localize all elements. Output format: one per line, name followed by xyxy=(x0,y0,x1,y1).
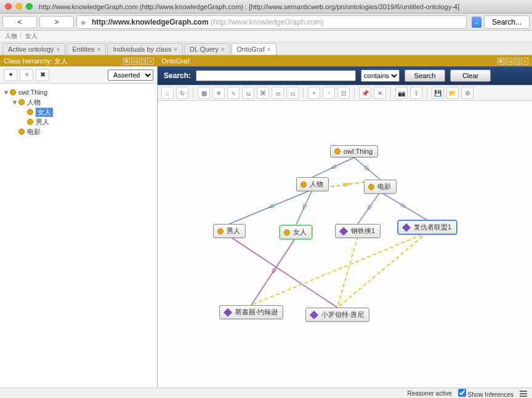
save-icon[interactable]: 💾 xyxy=(432,87,444,99)
url-field[interactable]: ◈ http://www.knowledgeGraph.com (http://… xyxy=(76,15,467,29)
node-label: 小罗伯特·唐尼 xyxy=(321,310,364,319)
zoom-fit-icon[interactable]: ⊡ xyxy=(337,87,350,99)
tab-entities[interactable]: Entities× xyxy=(66,43,106,55)
tab-close-icon[interactable]: × xyxy=(221,46,225,53)
layout-radial-icon[interactable]: ✳ xyxy=(212,87,225,99)
asserted-select[interactable]: Asserted xyxy=(108,70,153,81)
menu-icon[interactable] xyxy=(520,391,527,397)
panel-icon[interactable]: ⊞ xyxy=(123,58,130,65)
tree-node[interactable]: 男人 xyxy=(2,117,155,127)
export-icon[interactable]: ⇪ xyxy=(410,87,422,99)
tab-close-icon[interactable]: × xyxy=(97,46,101,53)
layout-vtree-icon[interactable]: ⌘ xyxy=(257,87,269,99)
class-dot-icon xyxy=(334,148,341,154)
search-input[interactable] xyxy=(196,70,356,81)
tree-label: owl:Thing xyxy=(18,89,47,96)
nav-toolbar: < > ◈ http://www.knowledgeGraph.com (htt… xyxy=(0,14,532,31)
panel-icon[interactable]: ⊞ xyxy=(498,58,504,65)
graph-node[interactable]: 斯嘉丽·约翰逊 xyxy=(219,305,283,319)
delete-button[interactable]: ✖ xyxy=(36,69,49,81)
globe-icon: ◈ xyxy=(81,18,88,26)
svg-line-4 xyxy=(230,189,313,224)
layout-dag-icon[interactable]: ⚏ xyxy=(286,87,299,99)
graph-node[interactable]: 女人 xyxy=(280,225,312,239)
tab-active-ontology[interactable]: Active ontology× xyxy=(2,43,65,55)
graph-node[interactable]: owl:Thing xyxy=(330,145,378,157)
right-panel-title: OntoGraf: xyxy=(161,57,191,65)
minimize-window-icon[interactable] xyxy=(15,3,22,10)
back-button[interactable]: < xyxy=(2,16,37,28)
panel-icon[interactable]: ▢ xyxy=(139,58,146,65)
panel-icon[interactable]: ▭ xyxy=(131,58,138,65)
class-tree[interactable]: ▼owl:Thing▼人物女人男人电影 xyxy=(0,84,157,388)
tab-close-icon[interactable]: × xyxy=(174,46,177,53)
unpin-icon[interactable]: ✕ xyxy=(374,87,386,99)
left-panel-title: Class hierarchy: 女人 xyxy=(4,57,68,66)
open-icon[interactable]: 📂 xyxy=(446,87,459,99)
show-inferences-toggle[interactable]: Show Inferences xyxy=(458,389,514,398)
hierarchy-toolbar: ✦ ✧ ✖ Asserted xyxy=(0,66,157,84)
node-label: 人物 xyxy=(310,180,323,189)
tab-dl-query[interactable]: DL Query× xyxy=(184,43,230,55)
layout-grid-icon[interactable]: ▦ xyxy=(198,87,210,99)
individual-diamond-icon xyxy=(224,308,232,316)
layout-spring-icon[interactable]: ∿ xyxy=(227,87,240,99)
ontograf-searchbar: Search: contains Search Clear xyxy=(158,66,532,85)
show-inferences-checkbox[interactable] xyxy=(458,389,466,397)
graph-node[interactable]: 复仇者联盟1 xyxy=(398,220,457,234)
zoom-in-icon[interactable]: ＋ xyxy=(308,87,320,99)
graph-node[interactable]: 电影 xyxy=(364,180,397,194)
search-button[interactable]: Search xyxy=(405,70,445,82)
view-selector[interactable]: Asserted xyxy=(108,70,153,81)
tree-node[interactable]: ▼owl:Thing xyxy=(2,87,155,97)
tab-individuals-by-class[interactable]: Individuals by class× xyxy=(107,43,183,55)
svg-line-2 xyxy=(354,157,381,180)
window-title: http://www.knowledgeGraph.com (http://ww… xyxy=(39,3,459,10)
maximize-window-icon[interactable] xyxy=(26,3,33,10)
graph-node[interactable]: 男人 xyxy=(213,224,246,238)
individual-diamond-icon xyxy=(402,223,411,231)
graph-node[interactable]: 钢铁侠1 xyxy=(335,224,381,238)
node-label: 复仇者联盟1 xyxy=(414,223,451,232)
tree-node[interactable]: 女人 xyxy=(2,107,155,117)
filter-select[interactable]: contains xyxy=(361,70,400,82)
config-icon[interactable]: ⚙ xyxy=(461,87,474,99)
tab-bar: Active ontology×Entities×Individuals by … xyxy=(0,42,532,55)
window-controls xyxy=(5,3,33,10)
tree-node[interactable]: ▼人物 xyxy=(2,97,155,107)
add-sibling-button[interactable]: ✦ xyxy=(4,69,17,81)
camera-icon[interactable]: 📷 xyxy=(395,87,408,99)
reasoner-status: Reasoner active xyxy=(407,390,451,397)
node-label: 女人 xyxy=(293,228,307,237)
class-dot-icon xyxy=(284,229,290,236)
layout-htree-icon[interactable]: ⚎ xyxy=(272,87,284,99)
tree-node[interactable]: 电影 xyxy=(2,127,155,137)
home-icon[interactable]: ⌂ xyxy=(161,87,174,99)
nav-search-button[interactable]: Search... xyxy=(484,15,530,29)
url-dropdown[interactable]: ⌄ xyxy=(472,17,482,28)
zoom-out-icon[interactable]: － xyxy=(323,87,335,99)
tree-label: 电影 xyxy=(27,127,41,137)
layout-tree-icon[interactable]: ⚍ xyxy=(242,87,254,99)
forward-button[interactable]: > xyxy=(39,16,74,28)
graph-node[interactable]: 人物 xyxy=(296,177,329,191)
panel-icon[interactable]: ▭ xyxy=(506,58,512,65)
panel-close-icon[interactable]: × xyxy=(147,58,154,65)
clear-button[interactable]: Clear xyxy=(450,70,491,82)
class-dot-icon xyxy=(27,109,33,115)
class-dot-icon xyxy=(18,99,25,105)
node-label: owl:Thing xyxy=(344,148,373,155)
close-window-icon[interactable] xyxy=(5,3,12,10)
refresh-icon[interactable]: ↻ xyxy=(176,87,188,99)
svg-line-18 xyxy=(251,233,427,305)
add-child-button[interactable]: ✧ xyxy=(20,69,33,81)
graph-canvas[interactable]: owl:Thing人物电影男人女人钢铁侠1复仇者联盟1斯嘉丽·约翰逊小罗伯特·唐… xyxy=(158,101,532,388)
graph-node[interactable]: 小罗伯特·唐尼 xyxy=(305,308,369,322)
tab-close-icon[interactable]: × xyxy=(57,46,60,53)
graph-toolbar: ⌂ ↻ ▦ ✳ ∿ ⚍ ⌘ ⚎ ⚏ ＋ － ⊡ 📌 ✕ 📷 ⇪ 💾 📂 ⚙ xyxy=(158,85,532,101)
pin-icon[interactable]: 📌 xyxy=(359,87,371,99)
panel-close-icon[interactable]: × xyxy=(522,58,528,65)
panel-icon[interactable]: ▢ xyxy=(514,58,520,65)
tab-close-icon[interactable]: × xyxy=(267,46,271,53)
tab-ontograf[interactable]: OntoGraf× xyxy=(232,43,276,55)
